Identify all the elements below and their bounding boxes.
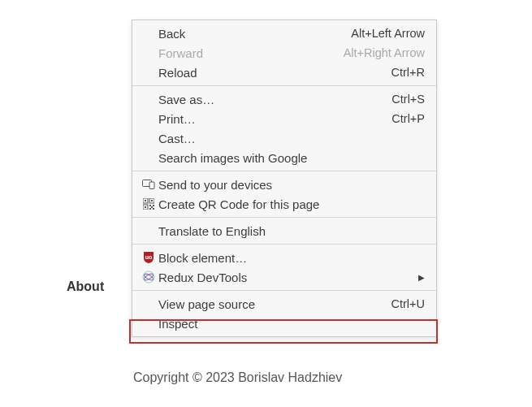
menu-item-redux-devtools[interactable]: Redux DevTools ▶: [132, 267, 436, 287]
svg-rect-12: [153, 208, 154, 210]
svg-rect-5: [145, 200, 146, 201]
menu-item-inspect[interactable]: Inspect: [132, 314, 436, 333]
menu-label: View page source: [158, 297, 391, 311]
menu-separator: [132, 171, 436, 171]
menu-item-cast[interactable]: Cast…: [132, 128, 436, 148]
menu-item-search-images[interactable]: Search images with Google: [132, 148, 436, 167]
empty-icon: [139, 109, 158, 128]
menu-item-save-as[interactable]: Save as… Ctrl+S: [132, 89, 436, 109]
menu-label: Send to your devices: [158, 178, 425, 192]
svg-text:uo: uo: [145, 254, 153, 260]
empty-icon: [139, 221, 158, 240]
ublock-icon: uo: [139, 248, 158, 267]
menu-item-create-qr[interactable]: Create QR Code for this page: [132, 194, 436, 214]
menu-item-translate[interactable]: Translate to English: [132, 221, 436, 240]
menu-label: Save as…: [158, 93, 391, 106]
menu-shortcut: Ctrl+R: [391, 66, 426, 79]
menu-label: Back: [158, 27, 351, 41]
about-heading: About: [67, 279, 104, 294]
menu-separator: [132, 217, 436, 218]
menu-label: Inspect: [158, 317, 425, 331]
empty-icon: [139, 128, 158, 148]
menu-item-send-devices[interactable]: Send to your devices: [132, 175, 436, 194]
svg-rect-6: [151, 200, 153, 201]
svg-rect-9: [153, 205, 154, 206]
menu-label: Cast…: [158, 132, 425, 145]
empty-icon: [139, 294, 158, 314]
menu-label: Redux DevTools: [158, 271, 418, 284]
empty-icon: [139, 89, 158, 109]
empty-icon: [139, 314, 158, 333]
menu-separator: [132, 290, 436, 291]
menu-item-reload[interactable]: Reload Ctrl+R: [132, 63, 436, 82]
svg-rect-8: [149, 205, 151, 206]
svg-rect-1: [149, 182, 154, 189]
menu-label: Translate to English: [158, 224, 425, 238]
menu-label: Reload: [158, 66, 391, 80]
menu-shortcut: Ctrl+P: [391, 112, 425, 125]
menu-separator: [132, 85, 436, 86]
menu-label: Create QR Code for this page: [158, 197, 425, 211]
svg-rect-10: [151, 206, 153, 208]
menu-item-view-source[interactable]: View page source Ctrl+U: [132, 294, 436, 314]
menu-label: Search images with Google: [158, 151, 425, 165]
qr-code-icon: [139, 194, 158, 214]
devices-icon: [139, 175, 158, 194]
chevron-right-icon: ▶: [418, 273, 425, 282]
menu-item-forward: Forward Alt+Right Arrow: [132, 43, 436, 63]
svg-rect-11: [149, 208, 151, 210]
menu-item-block-element[interactable]: uo Block element…: [132, 248, 436, 267]
menu-shortcut: Alt+Left Arrow: [351, 27, 425, 40]
context-menu: Back Alt+Left Arrow Forward Alt+Right Ar…: [132, 19, 437, 337]
menu-separator: [132, 244, 436, 245]
empty-icon: [139, 148, 158, 167]
empty-icon: [139, 63, 158, 82]
empty-icon: [139, 43, 158, 63]
redux-icon: [139, 267, 158, 287]
menu-item-back[interactable]: Back Alt+Left Arrow: [132, 24, 436, 43]
copyright-text: Copyright © 2023 Borislav Hadzhiev: [133, 370, 342, 385]
menu-shortcut: Alt+Right Arrow: [344, 46, 425, 59]
svg-rect-7: [145, 206, 146, 208]
menu-shortcut: Ctrl+S: [391, 93, 425, 106]
menu-label: Block element…: [158, 251, 425, 265]
menu-shortcut: Ctrl+U: [391, 297, 426, 310]
menu-item-print[interactable]: Print… Ctrl+P: [132, 109, 436, 128]
empty-icon: [139, 24, 158, 43]
menu-label: Forward: [158, 46, 344, 60]
menu-label: Print…: [158, 112, 391, 126]
